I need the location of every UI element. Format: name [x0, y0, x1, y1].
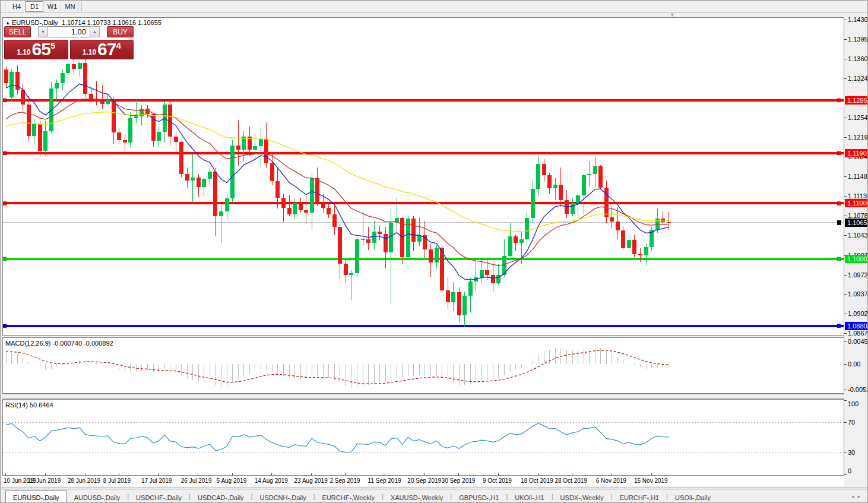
tab-scroll-arrows[interactable]: ◂▸ — [851, 493, 864, 499]
date-tick-mark — [538, 473, 538, 476]
timeframe-button-d1[interactable]: D1 — [26, 1, 43, 12]
tab-eurchf-h1[interactable]: EURCHF-,H1 — [613, 491, 667, 503]
timeframe-buttons: H4D1W1MN — [8, 1, 79, 12]
candle-body — [372, 232, 376, 243]
rsi-tick-label: 0 — [848, 467, 851, 474]
date-label: 8 Jul 2019 — [103, 477, 131, 484]
date-label: 14 Aug 2019 — [255, 477, 288, 484]
candle-body — [83, 63, 87, 94]
sell-price-panel[interactable]: 1.10 65 5 — [4, 40, 68, 59]
rsi-chart — [3, 400, 844, 475]
candle-body — [644, 247, 648, 255]
candle-body — [514, 236, 518, 243]
candle-body — [480, 270, 484, 277]
hline-price-label: 1.12851 — [845, 96, 868, 105]
date-label: 20 Sep 2019 — [407, 477, 441, 484]
candle-body — [366, 239, 370, 243]
candle-body — [293, 203, 297, 215]
date-tick-mark — [198, 473, 198, 476]
date-tick-mark — [5, 473, 6, 476]
axis-tick-mark — [844, 196, 847, 197]
date-axis[interactable]: 10 Jun 201919 Jun 201928 Jun 20198 Jul 2… — [2, 476, 844, 486]
tab-usdcad-daily[interactable]: USDCAD-,Daily — [191, 491, 251, 503]
tab-gbpusd-h1[interactable]: GBPUSD-,H1 — [452, 491, 506, 503]
terminal-window: H4D1W1MN ▼ MACD(12,26,9) -0.000740 -0.00… — [0, 0, 868, 503]
candle-body — [72, 64, 76, 69]
horizontal-line[interactable] — [3, 151, 844, 155]
candle-body — [321, 203, 325, 208]
tab-usdx-weekly[interactable]: USDX-,Weekly — [553, 491, 611, 503]
tab-eurusd-daily[interactable]: EURUSD-,Daily — [5, 491, 67, 503]
buy-button[interactable]: BUY — [107, 26, 134, 37]
hline-handle[interactable] — [837, 151, 841, 155]
hline-handle[interactable] — [837, 201, 841, 205]
hline-price-label: 1.10003 — [845, 255, 868, 263]
moving-average-line — [6, 112, 669, 231]
date-tick-mark — [651, 473, 652, 476]
hline-handle[interactable] — [3, 257, 7, 261]
hline-handle[interactable] — [3, 99, 7, 102]
candle-body — [230, 145, 235, 198]
horizontal-line[interactable] — [3, 257, 844, 261]
horizontal-line[interactable] — [3, 99, 844, 102]
candle-body — [446, 290, 450, 303]
candle-body — [106, 100, 110, 104]
date-tick-mark — [498, 473, 499, 476]
tab-scroll-left-icon[interactable]: ◂ — [851, 493, 858, 499]
candle-body — [519, 239, 524, 243]
buy-price-panel[interactable]: 1.10 67 4 — [70, 40, 134, 59]
chart-tab-bar: EURUSD-,DailyAUDUSD-,Daily|USDCHF-,Daily… — [1, 489, 868, 503]
candle-body — [655, 219, 660, 230]
timeframe-button-h4[interactable]: H4 — [8, 1, 26, 12]
macd-signal-line — [6, 350, 669, 384]
rsi-line — [6, 423, 669, 453]
volume-decrease-button[interactable]: ▼ — [38, 26, 48, 37]
hline-handle[interactable] — [3, 324, 7, 328]
date-tick-mark — [119, 473, 119, 476]
candle-body — [332, 214, 337, 227]
axis-tick-mark — [844, 118, 847, 118]
timeframe-button-mn[interactable]: MN — [61, 1, 79, 12]
price-tick-label: 1.13950 — [848, 36, 868, 43]
date-label: 28 Oct 2019 — [555, 477, 587, 484]
volume-input[interactable] — [48, 26, 90, 37]
candle-body — [632, 240, 636, 254]
candle-body — [338, 227, 342, 264]
price-tick-label: 1.12190 — [848, 134, 868, 141]
axis-tick-mark — [844, 20, 847, 20]
tab-usoil-daily[interactable]: USOil-,Daily — [668, 491, 718, 503]
chart-ohlc-values: 1.10714 1.10733 1.10616 1.10655 — [62, 19, 161, 26]
tab-eurchf-weekly[interactable]: EURCHF-,Weekly — [315, 491, 382, 503]
tab-scroll-right-icon[interactable]: ▸ — [857, 493, 864, 499]
candle-body — [384, 234, 388, 252]
axis-tick-mark — [844, 137, 847, 138]
timeframe-button-w1[interactable]: W1 — [43, 1, 61, 12]
hline-handle[interactable] — [3, 151, 7, 155]
candle-body — [78, 63, 82, 68]
tab-usdchf-daily[interactable]: USDCHF-,Daily — [129, 491, 189, 503]
chart-shift-marker[interactable]: ▼ — [670, 12, 675, 18]
candle-body — [43, 131, 47, 151]
sell-button[interactable]: SELL — [4, 26, 31, 37]
candle-body — [598, 166, 603, 188]
macd-tick-label: 0.00 — [848, 360, 860, 368]
tab-usdcnh-daily[interactable]: USDCNH-,Daily — [252, 491, 313, 503]
candle-body — [27, 105, 31, 136]
hline-handle[interactable] — [837, 99, 841, 102]
horizontal-line[interactable] — [3, 324, 844, 328]
tab-ukoil-h1[interactable]: UKOil-,H1 — [508, 491, 552, 503]
price-axis[interactable]: 1.143001.139501.136001.132401.125401.121… — [844, 17, 868, 476]
horizontal-line[interactable] — [3, 201, 844, 205]
volume-increase-button[interactable]: ▲ — [90, 26, 100, 37]
toolbar-separator — [5, 2, 5, 11]
date-label: 5 Aug 2019 — [217, 477, 247, 484]
date-tick-mark — [572, 473, 572, 476]
pane-splitter[interactable] — [2, 394, 844, 399]
candle-body — [117, 132, 121, 140]
hline-handle[interactable] — [837, 324, 841, 328]
tab-audusd-daily[interactable]: AUDUSD-,Daily — [67, 491, 128, 503]
hline-handle[interactable] — [3, 201, 7, 205]
hline-handle[interactable] — [837, 257, 841, 261]
chart-title: ▲ EURUSD-,Daily 1.10714 1.10733 1.10616 … — [5, 19, 161, 26]
tab-xauusd-weekly[interactable]: XAUUSD-,Weekly — [384, 491, 450, 503]
